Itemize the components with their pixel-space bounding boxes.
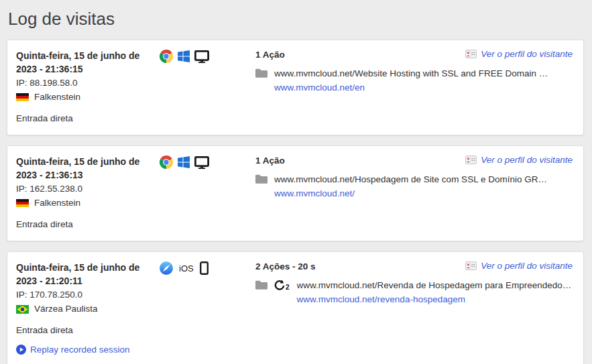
germany-flag-icon (16, 199, 29, 207)
visited-page-link[interactable]: www.mvmcloud.net/en (274, 81, 365, 95)
germany-flag-icon (16, 93, 29, 101)
page-title: Log de visitas (8, 9, 585, 29)
desktop-icon (194, 50, 209, 63)
windows-icon (178, 156, 190, 168)
visitor-location: Várzea Paulista (34, 303, 98, 315)
replay-recorded-session-link[interactable]: Replay recorded session (30, 345, 130, 355)
visitor-info-column: Quinta-feira, 15 de junho de 2023 - 21:3… (16, 49, 151, 125)
visitor-location-row: Várzea Paulista (16, 303, 151, 315)
actions-count: 1 Ação (255, 49, 285, 60)
visit-date: Quinta-feira, 15 de junho de 2023 - 21:3… (16, 155, 151, 182)
view-visitor-profile-label: Ver o perfil do visitante (481, 155, 573, 165)
visitor-info-column: Quinta-feira, 15 de junho de 2023 - 21:3… (16, 155, 151, 231)
visitor-location: Falkenstein (34, 197, 80, 209)
windows-icon (178, 50, 190, 62)
chrome-icon (160, 156, 173, 169)
referrer-label: Entrada direta (16, 113, 151, 125)
system-icons (160, 49, 255, 63)
view-visitor-profile-link[interactable]: Ver o perfil do visitante (465, 49, 573, 59)
vcard-icon (465, 50, 477, 58)
visited-page-link[interactable]: www.mvmcloud.net/ (274, 187, 355, 200)
referrer-label: Entrada direta (16, 219, 151, 231)
vcard-icon (465, 261, 477, 270)
actions-column: 2 Ações - 20 s Ver o perfil do visitante (255, 261, 573, 306)
visited-page-item: www.mvmcloud.net/Website Hosting with SS… (255, 67, 573, 95)
actions-column: 1 Ação Ver o perfil do visitante (255, 155, 573, 200)
vcard-icon (465, 156, 477, 164)
system-icons: iOS (160, 261, 255, 275)
referrer-label: Entrada direta (16, 324, 151, 337)
folder-icon (255, 279, 268, 290)
mobile-icon (200, 261, 209, 275)
play-icon (16, 345, 26, 355)
desktop-icon (194, 156, 209, 169)
system-icons (160, 155, 255, 169)
brazil-flag-icon (16, 305, 29, 313)
visited-page-title: www.mvmcloud.net/Revenda de Hospedagem p… (297, 279, 572, 292)
actions-count: 2 Ações - 20 s (255, 261, 316, 272)
os-label: iOS (179, 263, 194, 274)
visit-entry: Quinta-feira, 15 de junho de 2023 - 21:3… (7, 40, 584, 135)
replay-session-row: Replay recorded session (16, 345, 151, 355)
visitor-ip: IP: 88.198.58.0 (16, 77, 151, 89)
visited-page-link[interactable]: www.mvmcloud.net/revenda-hospedagem (297, 293, 465, 306)
view-visitor-profile-label: Ver o perfil do visitante (481, 49, 573, 59)
visitor-location-row: Falkenstein (16, 197, 151, 209)
safari-icon (160, 261, 173, 275)
view-visitor-profile-link[interactable]: Ver o perfil do visitante (465, 155, 573, 165)
visit-date: Quinta-feira, 15 de junho de 2023 - 21:3… (16, 49, 151, 76)
visitor-location: Falkenstein (34, 91, 80, 103)
reload-icon: 2 (274, 279, 290, 291)
visited-page-title: www.mvmcloud.net/Hospedagem de Site com … (274, 173, 547, 186)
visited-page-title: www.mvmcloud.net/Website Hosting with SS… (274, 67, 548, 80)
visit-date: Quinta-feira, 15 de junho de 2023 - 21:2… (16, 261, 151, 288)
reload-count: 2 (286, 284, 290, 291)
folder-icon (255, 67, 268, 78)
visit-entry: Quinta-feira, 15 de junho de 2023 - 21:3… (7, 145, 584, 241)
visited-page-item: 2 www.mvmcloud.net/Revenda de Hospedagem… (255, 279, 573, 306)
folder-icon (255, 173, 268, 184)
visited-page-item: www.mvmcloud.net/Hospedagem de Site com … (255, 173, 573, 200)
actions-column: 1 Ação Ver o perfil do visitante (255, 49, 573, 95)
chrome-icon (160, 50, 173, 63)
visitor-location-row: Falkenstein (16, 91, 151, 103)
visit-entry: Quinta-feira, 15 de junho de 2023 - 21:2… (7, 251, 584, 364)
view-visitor-profile-label: Ver o perfil do visitante (481, 261, 573, 271)
view-visitor-profile-link[interactable]: Ver o perfil do visitante (465, 261, 573, 271)
visitor-ip: IP: 162.55.238.0 (16, 183, 151, 195)
actions-count: 1 Ação (255, 155, 285, 166)
visitor-info-column: Quinta-feira, 15 de junho de 2023 - 21:2… (16, 261, 151, 355)
visitor-ip: IP: 170.78.250.0 (16, 289, 151, 301)
